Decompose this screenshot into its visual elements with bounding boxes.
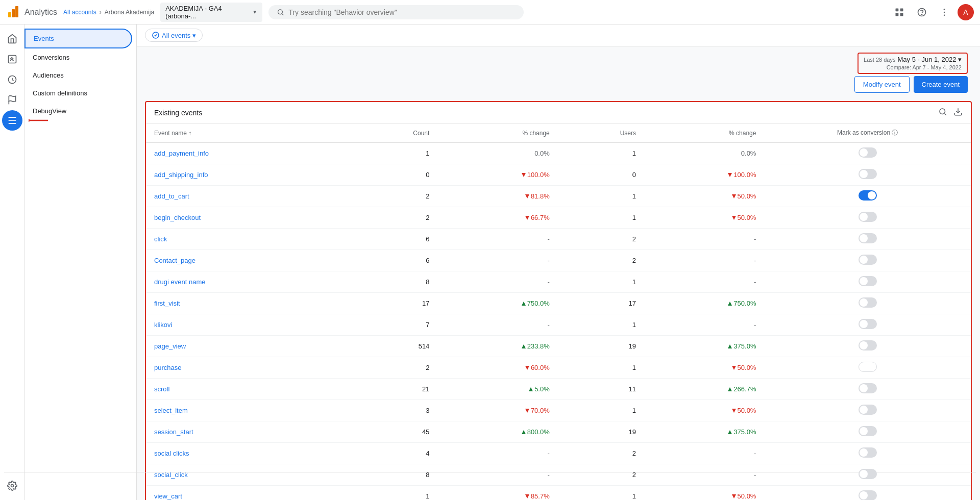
cell-users: 11	[558, 379, 644, 400]
table-row: purchase 2 60.0% 1 50.0%	[146, 357, 971, 379]
checkmark-icon	[152, 31, 160, 39]
cell-event-name[interactable]: add_payment_info	[146, 143, 350, 164]
conversion-toggle[interactable]	[859, 490, 877, 500]
conversion-toggle[interactable]	[859, 190, 877, 201]
logo-icon	[6, 5, 20, 19]
conversion-toggle[interactable]	[859, 447, 877, 458]
conversion-toggle[interactable]	[859, 319, 877, 329]
table-row: select_item 3 70.0% 1 50.0%	[146, 400, 971, 421]
cell-event-name[interactable]: begin_checkout	[146, 207, 350, 229]
cell-event-name[interactable]: drugi event name	[146, 271, 350, 293]
conversion-toggle[interactable]	[859, 276, 877, 286]
conversion-toggle[interactable]	[859, 362, 877, 372]
cell-count: 6	[350, 229, 437, 250]
analytics-logo[interactable]: Analytics	[6, 5, 57, 19]
main-layout: Events Conversions Audiences Custom defi…	[0, 24, 980, 500]
cell-change-users: 375.0%	[644, 336, 764, 357]
conversion-toggle[interactable]	[859, 340, 877, 351]
conversion-toggle[interactable]	[859, 233, 877, 243]
cell-event-name[interactable]: klikovi	[146, 314, 350, 336]
conversion-toggle[interactable]	[859, 169, 877, 179]
red-arrow-icon	[29, 115, 49, 126]
cell-event-name[interactable]: scroll	[146, 379, 350, 400]
cell-count: 514	[350, 336, 437, 357]
cell-change-users: -	[644, 250, 764, 271]
sidebar-item-conversions[interactable]: Conversions	[24, 48, 132, 66]
sidebar-item-debugview-label: DebugView	[33, 107, 66, 115]
sidebar-item-custom-definitions[interactable]: Custom definitions	[24, 84, 132, 102]
svg-rect-8	[900, 13, 903, 16]
table-download-button[interactable]	[953, 107, 963, 118]
cell-event-name[interactable]: page_view	[146, 336, 350, 357]
more-button[interactable]	[935, 3, 953, 21]
cell-event-name[interactable]: session_start	[146, 421, 350, 443]
cell-conversion	[764, 164, 971, 186]
conversion-toggle[interactable]	[859, 426, 877, 436]
create-event-button[interactable]: Create event	[914, 76, 968, 93]
sidebar-item-audiences-label: Audiences	[33, 71, 64, 79]
cell-count: 7	[350, 314, 437, 336]
filter-dropdown[interactable]: All events ▾	[145, 29, 203, 42]
property-selector[interactable]: AKADEMIJA - GA4 (arbona-... ▼	[160, 3, 262, 22]
cell-change-count: 750.0%	[437, 293, 557, 314]
breadcrumb-account: Arbona Akademija	[105, 9, 154, 16]
sidebar-collapse[interactable]: ‹	[24, 474, 137, 492]
table-search-button[interactable]	[938, 107, 947, 118]
table-row: scroll 21 5.0% 11 266.7%	[146, 379, 971, 400]
cell-event-name[interactable]: social clicks	[146, 443, 350, 464]
conversion-toggle[interactable]	[859, 147, 877, 158]
cell-conversion	[764, 314, 971, 336]
cell-count: 17	[350, 293, 437, 314]
col-event-name[interactable]: Event name ↑	[146, 123, 350, 143]
cell-conversion	[764, 443, 971, 464]
cell-users: 2	[558, 250, 644, 271]
conversion-toggle[interactable]	[859, 405, 877, 415]
conversion-toggle[interactable]	[859, 383, 877, 393]
svg-rect-18	[8, 117, 16, 118]
apps-button[interactable]	[890, 3, 909, 21]
rail-home[interactable]	[2, 29, 22, 49]
rail-configure[interactable]	[2, 110, 22, 131]
date-range-box[interactable]: Last 28 days May 5 - Jun 1, 2022 ▾ Compa…	[857, 53, 968, 74]
cell-change-users: -	[644, 314, 764, 336]
topbar: Analytics All accounts › Arbona Akademij…	[0, 0, 980, 24]
avatar[interactable]: A	[958, 4, 974, 20]
cell-conversion	[764, 293, 971, 314]
rail-advertising[interactable]	[2, 90, 22, 110]
cell-conversion	[764, 143, 971, 164]
search-bar[interactable]	[268, 5, 524, 19]
cell-event-name[interactable]: click	[146, 229, 350, 250]
sidebar-item-audiences[interactable]: Audiences	[24, 66, 132, 84]
sidebar-item-events[interactable]: Events	[24, 29, 132, 48]
rail-explore[interactable]	[2, 69, 22, 90]
cell-event-name[interactable]: select_item	[146, 400, 350, 421]
cell-event-name[interactable]: first_visit	[146, 293, 350, 314]
icon-rail	[0, 24, 24, 500]
modify-event-button[interactable]: Modify event	[854, 76, 910, 93]
events-table: Event name ↑ Count % change Users % chan	[146, 123, 971, 500]
breadcrumb-all[interactable]: All accounts	[63, 9, 96, 16]
cell-change-users: 0.0%	[644, 143, 764, 164]
svg-point-13	[944, 14, 945, 16]
table-row: begin_checkout 2 66.7% 1 50.0%	[146, 207, 971, 229]
search-input[interactable]	[288, 8, 516, 16]
col-conversion: Mark as conversion ⓘ	[764, 123, 971, 143]
cell-event-name[interactable]: add_to_cart	[146, 186, 350, 207]
cell-event-name[interactable]: Contact_page	[146, 250, 350, 271]
rail-reports[interactable]	[2, 49, 22, 69]
cell-conversion	[764, 229, 971, 250]
cell-event-name[interactable]: purchase	[146, 357, 350, 379]
cell-users: 2	[558, 229, 644, 250]
table-row: click 6 - 2 -	[146, 229, 971, 250]
cell-change-users: 50.0%	[644, 186, 764, 207]
conversion-toggle[interactable]	[859, 212, 877, 222]
svg-marker-32	[522, 302, 526, 306]
cell-count: 2	[350, 357, 437, 379]
conversion-toggle[interactable]	[859, 255, 877, 265]
conversion-toggle[interactable]	[859, 469, 877, 479]
svg-rect-0	[8, 12, 11, 17]
cell-event-name[interactable]: add_shipping_info	[146, 164, 350, 186]
conversion-toggle[interactable]	[859, 297, 877, 308]
help-button[interactable]	[913, 3, 931, 21]
cell-count: 0	[350, 164, 437, 186]
